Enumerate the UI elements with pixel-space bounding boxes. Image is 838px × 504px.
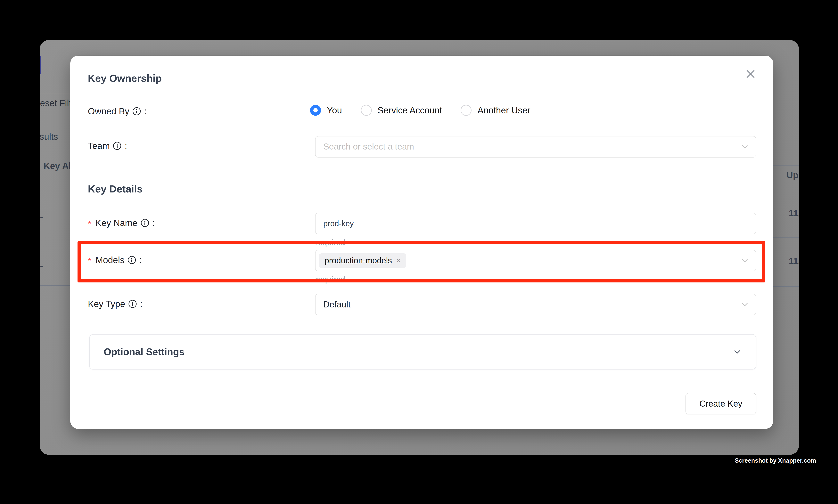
divider [773, 237, 799, 237]
team-search-input[interactable] [323, 143, 748, 151]
column-header-updated-fragment: Up [786, 170, 798, 180]
create-key-button-fragment [40, 56, 41, 74]
divider [773, 165, 799, 165]
models-required-hint: required [315, 275, 345, 284]
radio-option-another-user[interactable]: Another User [461, 105, 530, 116]
models-select[interactable]: production-models × [315, 250, 756, 271]
key-name-input[interactable] [323, 219, 748, 228]
selected-model-tag: production-models × [319, 253, 406, 268]
key-type-value: Default [323, 300, 351, 309]
radio-selected-icon[interactable] [310, 105, 321, 116]
radio-unselected-icon[interactable] [361, 105, 372, 116]
radio-unselected-icon[interactable] [461, 105, 471, 116]
key-name-required-hint: required [315, 238, 345, 247]
radio-option-service-account[interactable]: Service Account [361, 105, 442, 116]
radio-option-you[interactable]: You [310, 105, 342, 116]
required-asterisk: * [88, 219, 91, 229]
divider [773, 286, 799, 287]
create-key-modal: Key Ownership Owned By : You Service Acc… [70, 56, 773, 429]
table-cell-dash: - [40, 260, 43, 271]
remove-tag-icon[interactable]: × [396, 256, 401, 265]
results-fragment: sults [40, 131, 58, 142]
table-cell-dash: - [40, 211, 43, 222]
chevron-down-icon [741, 300, 749, 309]
info-icon[interactable] [113, 142, 122, 150]
chevron-down-icon [733, 347, 742, 356]
info-icon[interactable] [127, 256, 136, 264]
screenshot-canvas: eset Filt sults Key Alia - - Up 11/ 11/ … [0, 0, 838, 504]
info-icon[interactable] [128, 300, 137, 308]
team-select[interactable] [315, 136, 756, 158]
reset-filters-fragment: eset Filt [40, 98, 71, 108]
info-icon[interactable] [132, 107, 141, 115]
optional-settings-panel[interactable]: Optional Settings [89, 334, 756, 370]
owned-by-label: Owned By : [88, 106, 147, 116]
watermark-text: Screenshot by Xnapper.com [735, 457, 816, 464]
chevron-down-icon [741, 143, 749, 151]
table-cell-date: 11/ [789, 256, 799, 266]
close-icon [746, 69, 755, 79]
key-type-label: Key Type : [88, 299, 143, 309]
chevron-down-icon [741, 256, 749, 265]
close-button[interactable] [744, 67, 757, 81]
team-label: Team : [88, 141, 127, 151]
owned-by-radio-group: You Service Account Another User [310, 105, 530, 116]
key-name-label: * Key Name : [88, 218, 155, 228]
key-name-field[interactable] [315, 213, 756, 234]
required-asterisk: * [88, 256, 91, 266]
modal-title: Key Ownership [88, 72, 162, 84]
info-icon[interactable] [141, 219, 149, 227]
table-cell-date: 11/ [789, 208, 799, 218]
key-details-heading: Key Details [88, 183, 143, 195]
models-label: * Models : [88, 255, 142, 265]
create-key-button[interactable]: Create Key [685, 393, 756, 414]
optional-settings-title: Optional Settings [104, 346, 184, 358]
key-type-select[interactable]: Default [315, 294, 756, 315]
